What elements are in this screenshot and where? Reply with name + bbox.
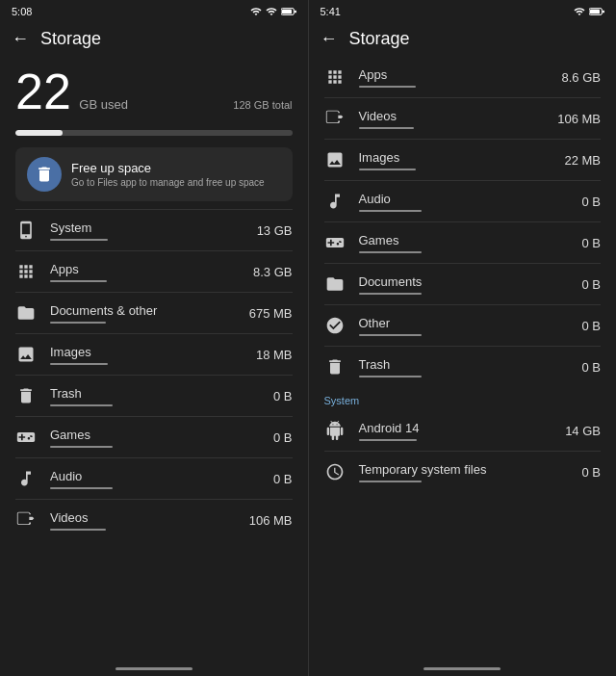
right-temp-name: Temporary system files	[359, 462, 569, 477]
left-documents-bar	[50, 322, 106, 324]
right-status-bar: 5:41	[309, 0, 617, 21]
left-documents-size: 675 MB	[249, 306, 293, 321]
svg-rect-5	[603, 11, 604, 13]
right-games-content: Games	[359, 233, 569, 253]
right-item-audio[interactable]: Audio 0 B	[309, 181, 617, 221]
right-images-icon	[324, 149, 346, 170]
right-android-name: Android 14	[359, 421, 552, 435]
left-item-games[interactable]: Games 0 B	[0, 417, 308, 457]
right-signal-icon	[574, 6, 585, 17]
right-item-images[interactable]: Images 22 MB	[309, 140, 617, 180]
left-nav-indicator	[0, 662, 308, 676]
left-status-time: 5:08	[12, 6, 32, 17]
left-audio-bar	[50, 487, 113, 489]
right-games-bar	[359, 251, 422, 253]
left-item-documents[interactable]: Documents & other 675 MB	[0, 293, 308, 333]
right-temp-content: Temporary system files	[359, 462, 569, 482]
right-item-trash[interactable]: Trash 0 B	[309, 347, 617, 387]
right-nav-indicator	[309, 662, 617, 676]
left-trash-bar	[50, 404, 113, 406]
right-android-icon	[324, 420, 346, 441]
left-item-audio[interactable]: Audio 0 B	[0, 458, 308, 499]
left-nav-bar	[116, 667, 192, 670]
right-status-icons	[574, 6, 604, 17]
left-images-size: 18 MB	[256, 348, 293, 362]
left-games-bar	[50, 446, 113, 448]
left-games-content: Games	[50, 428, 260, 448]
right-documents-content: Documents	[359, 274, 569, 295]
left-item-videos[interactable]: Videos 106 MB	[0, 500, 308, 540]
right-item-apps[interactable]: Apps 8.6 GB	[309, 57, 617, 97]
right-other-size: 0 B	[581, 319, 601, 333]
left-storage-summary: 22 GB used 128 GB total	[0, 57, 308, 124]
right-screen-title: Storage	[349, 29, 410, 49]
right-android-content: Android 14	[359, 421, 552, 441]
right-item-games[interactable]: Games 0 B	[309, 222, 617, 263]
left-free-up-text: Free up space Go to Files app to manage …	[71, 161, 265, 188]
left-screen: 5:08 ← Storage 22 GB used 128 GB total	[0, 0, 309, 676]
images-icon	[15, 344, 37, 365]
svg-rect-1	[282, 10, 292, 14]
videos-icon	[15, 509, 37, 531]
right-temp-icon	[324, 461, 346, 482]
right-back-button[interactable]: ←	[321, 29, 338, 49]
left-status-bar: 5:08	[0, 0, 308, 21]
left-games-size: 0 B	[273, 430, 293, 445]
right-audio-size: 0 B	[581, 195, 601, 209]
left-item-images[interactable]: Images 18 MB	[0, 334, 308, 375]
left-videos-content: Videos	[50, 510, 236, 531]
right-images-content: Images	[359, 150, 552, 170]
left-documents-name: Documents & other	[50, 303, 236, 318]
right-trash-bar	[359, 376, 422, 377]
left-system-size: 13 GB	[257, 223, 293, 238]
system-icon	[15, 220, 37, 241]
right-item-android[interactable]: Android 14 14 GB	[309, 410, 617, 451]
left-apps-size: 8.3 GB	[253, 265, 292, 279]
right-audio-icon	[324, 191, 346, 212]
right-trash-size: 0 B	[581, 360, 601, 375]
right-android-bar	[359, 439, 417, 441]
left-images-bar	[50, 363, 108, 365]
right-item-temp[interactable]: Temporary system files 0 B	[309, 452, 617, 492]
right-apps-icon	[324, 66, 346, 88]
left-videos-bar	[50, 529, 106, 531]
left-item-apps[interactable]: Apps 8.3 GB	[0, 251, 308, 292]
right-battery-icon	[589, 7, 604, 16]
right-documents-size: 0 B	[581, 277, 601, 292]
left-apps-content: Apps	[50, 262, 240, 282]
left-audio-size: 0 B	[273, 472, 293, 486]
right-other-content: Other	[359, 316, 569, 336]
left-item-trash[interactable]: Trash 0 B	[0, 376, 308, 416]
right-videos-name: Videos	[359, 109, 545, 123]
right-apps-content: Apps	[359, 67, 549, 88]
left-storage-unit: GB used	[79, 97, 128, 112]
left-videos-size: 106 MB	[249, 513, 293, 528]
right-audio-content: Audio	[359, 192, 569, 212]
right-item-documents[interactable]: Documents 0 B	[309, 264, 617, 304]
right-games-size: 0 B	[581, 236, 601, 250]
right-nav-bar	[424, 667, 500, 670]
left-free-up-card[interactable]: Free up space Go to Files app to manage …	[15, 147, 293, 201]
right-temp-bar	[359, 481, 422, 482]
left-item-system[interactable]: System 13 GB	[0, 210, 308, 250]
right-android-size: 14 GB	[565, 424, 601, 438]
left-free-up-subtitle: Go to Files app to manage and free up sp…	[71, 177, 265, 188]
right-documents-bar	[359, 293, 422, 295]
left-screen-title: Storage	[40, 29, 101, 49]
right-item-videos[interactable]: Videos 106 MB	[309, 98, 617, 139]
right-item-other[interactable]: Other 0 B	[309, 305, 617, 346]
svg-rect-2	[295, 11, 296, 13]
wifi-icon	[266, 6, 277, 17]
left-apps-name: Apps	[50, 262, 240, 276]
left-back-button[interactable]: ←	[12, 29, 29, 49]
right-apps-name: Apps	[359, 67, 549, 82]
left-trash-name: Trash	[50, 386, 260, 401]
left-free-up-icon	[27, 157, 62, 192]
right-trash-name: Trash	[359, 357, 569, 372]
left-games-name: Games	[50, 428, 260, 442]
left-videos-name: Videos	[50, 510, 236, 525]
left-top-bar: ← Storage	[0, 21, 308, 57]
right-trash-content: Trash	[359, 357, 569, 377]
right-audio-name: Audio	[359, 192, 569, 206]
audio-icon	[15, 468, 37, 489]
